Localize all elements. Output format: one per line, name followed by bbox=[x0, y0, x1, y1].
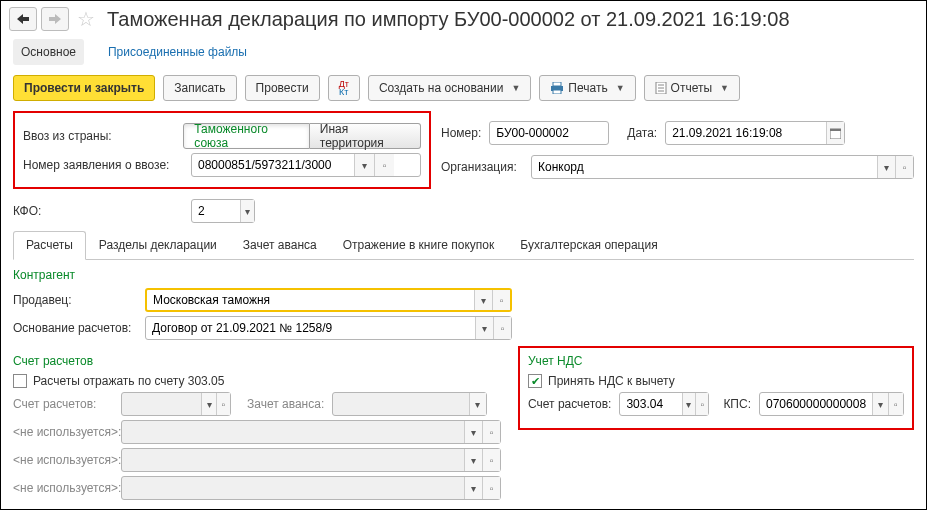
vat-title: Учет НДС bbox=[528, 354, 904, 368]
vat-account-input[interactable] bbox=[620, 393, 681, 415]
section-main[interactable]: Основное bbox=[13, 39, 84, 65]
kfo-input[interactable] bbox=[192, 200, 240, 222]
number-input[interactable] bbox=[490, 122, 608, 144]
calendar-icon bbox=[830, 128, 841, 139]
unused-1-input bbox=[122, 421, 464, 443]
dropdown-button[interactable]: ▾ bbox=[474, 290, 492, 310]
advance-offset-label: Зачет аванса: bbox=[247, 397, 324, 411]
organization-input[interactable] bbox=[532, 156, 877, 178]
dropdown-button[interactable]: ▾ bbox=[877, 156, 895, 178]
unused-2-label: <не используется>: bbox=[13, 453, 113, 467]
nav-forward-button[interactable] bbox=[41, 7, 69, 31]
dropdown-button: ▾ bbox=[464, 477, 482, 499]
tab-calculations[interactable]: Расчеты bbox=[13, 231, 86, 260]
reports-button[interactable]: Отчеты▼ bbox=[644, 75, 740, 101]
date-input[interactable] bbox=[666, 122, 826, 144]
tab-accounting-operation[interactable]: Бухгалтерская операция bbox=[507, 231, 670, 259]
application-number-input[interactable] bbox=[192, 154, 354, 176]
post-button[interactable]: Провести bbox=[245, 75, 320, 101]
open-button[interactable]: ▫ bbox=[895, 156, 913, 178]
basis-input[interactable] bbox=[146, 317, 475, 339]
chevron-down-icon: ▼ bbox=[720, 83, 729, 93]
arrow-right-icon bbox=[49, 14, 61, 24]
application-number-label: Номер заявления о ввозе: bbox=[23, 158, 183, 172]
vat-account-label: Счет расчетов: bbox=[528, 397, 611, 411]
kfo-label: КФО: bbox=[13, 204, 183, 218]
dropdown-button: ▾ bbox=[201, 393, 215, 415]
calendar-button[interactable] bbox=[826, 122, 844, 144]
tab-sections[interactable]: Разделы декларации bbox=[86, 231, 230, 259]
open-button: ▫ bbox=[482, 477, 500, 499]
unused-1-label: <не используется>: bbox=[13, 425, 113, 439]
favorite-star-icon[interactable]: ☆ bbox=[77, 7, 95, 31]
open-button[interactable]: ▫ bbox=[493, 317, 511, 339]
dropdown-button[interactable]: ▾ bbox=[872, 393, 888, 415]
dropdown-button[interactable]: ▾ bbox=[475, 317, 493, 339]
dropdown-button: ▾ bbox=[464, 449, 482, 471]
chevron-down-icon: ▼ bbox=[511, 83, 520, 93]
checkbox-checked-icon: ✔ bbox=[528, 374, 542, 388]
open-button[interactable]: ▫ bbox=[888, 393, 904, 415]
unused-3-label: <не используется>: bbox=[13, 481, 113, 495]
nav-back-button[interactable] bbox=[9, 7, 37, 31]
detail-tabs: Расчеты Разделы декларации Зачет аванса … bbox=[13, 231, 914, 260]
chevron-down-icon: ▼ bbox=[616, 83, 625, 93]
accept-vat-checkbox[interactable]: ✔ Принять НДС к вычету bbox=[528, 374, 675, 388]
create-based-on-button[interactable]: Создать на основании▼ bbox=[368, 75, 531, 101]
organization-label: Организация: bbox=[441, 160, 523, 174]
svg-rect-8 bbox=[830, 129, 841, 131]
import-country-label: Ввоз из страны: bbox=[23, 129, 175, 143]
checkbox-icon bbox=[13, 374, 27, 388]
dt-kt-button[interactable]: ДтКт bbox=[328, 75, 360, 101]
tab-advance[interactable]: Зачет аванса bbox=[230, 231, 330, 259]
seller-label: Продавец: bbox=[13, 293, 137, 307]
printer-icon bbox=[550, 82, 564, 94]
kps-input[interactable] bbox=[760, 393, 872, 415]
arrow-left-icon bbox=[17, 14, 29, 24]
dropdown-button: ▾ bbox=[469, 393, 487, 415]
import-country-toggle[interactable]: Таможенного союза Иная территория bbox=[183, 123, 421, 149]
seller-input[interactable] bbox=[147, 290, 474, 310]
kps-label: КПС: bbox=[723, 397, 751, 411]
svg-rect-2 bbox=[553, 90, 561, 94]
open-button: ▫ bbox=[216, 393, 230, 415]
use-30305-checkbox[interactable]: Расчеты отражать по счету 303.05 bbox=[13, 374, 224, 388]
advance-offset-input bbox=[333, 393, 468, 415]
post-and-close-button[interactable]: Провести и закрыть bbox=[13, 75, 155, 101]
settlement-account-label: Счет расчетов: bbox=[13, 397, 113, 411]
svg-rect-1 bbox=[553, 82, 561, 86]
open-button[interactable]: ▫ bbox=[695, 393, 708, 415]
open-button: ▫ bbox=[482, 421, 500, 443]
open-button[interactable]: ▫ bbox=[374, 154, 394, 176]
unused-3-input bbox=[122, 477, 464, 499]
dropdown-button[interactable]: ▾ bbox=[354, 154, 374, 176]
page-title: Таможенная декларация по импорту БУ00-00… bbox=[107, 8, 790, 31]
settlement-account-input bbox=[122, 393, 201, 415]
dropdown-button: ▾ bbox=[464, 421, 482, 443]
toggle-other-territory[interactable]: Иная территория bbox=[310, 123, 421, 149]
unused-2-input bbox=[122, 449, 464, 471]
basis-label: Основание расчетов: bbox=[13, 321, 137, 335]
settlement-account-title: Счет расчетов bbox=[13, 354, 518, 368]
dropdown-button[interactable]: ▾ bbox=[682, 393, 695, 415]
counterparty-title: Контрагент bbox=[13, 268, 914, 282]
section-files[interactable]: Присоединенные файлы bbox=[100, 39, 255, 65]
dt-kt-icon: ДтКт bbox=[339, 80, 349, 96]
document-icon bbox=[655, 82, 667, 94]
date-label: Дата: bbox=[627, 126, 657, 140]
dropdown-button[interactable]: ▾ bbox=[240, 200, 255, 222]
open-button: ▫ bbox=[482, 449, 500, 471]
number-label: Номер: bbox=[441, 126, 481, 140]
open-button[interactable]: ▫ bbox=[492, 290, 510, 310]
save-button[interactable]: Записать bbox=[163, 75, 236, 101]
tab-purchases-book[interactable]: Отражение в книге покупок bbox=[330, 231, 508, 259]
print-button[interactable]: Печать▼ bbox=[539, 75, 635, 101]
toggle-customs-union[interactable]: Таможенного союза bbox=[183, 123, 310, 149]
